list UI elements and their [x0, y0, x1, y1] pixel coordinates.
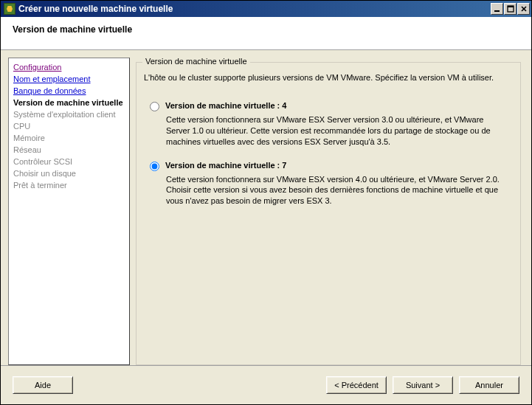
- close-button[interactable]: [517, 3, 530, 15]
- close-icon: [520, 5, 528, 13]
- maximize-icon: [507, 5, 514, 13]
- option-version-4[interactable]: Version de machine virtuelle : 4: [150, 101, 513, 111]
- window-title: Créer une nouvelle machine virtuelle: [18, 4, 491, 14]
- option-version-7[interactable]: Version de machine virtuelle : 7: [150, 161, 513, 171]
- maximize-button[interactable]: [504, 3, 517, 15]
- group-legend: Version de machine virtuelle: [142, 57, 250, 66]
- titlebar: Créer une nouvelle machine virtuelle: [1, 1, 531, 17]
- step-configuration[interactable]: Configuration: [13, 61, 129, 73]
- step-memory: Mémoire: [13, 132, 129, 144]
- desc-version-4: Cette version fonctionnera sur VMware ES…: [166, 114, 505, 148]
- next-button[interactable]: Suivant >: [393, 376, 453, 394]
- step-name-location[interactable]: Nom et emplacement: [13, 73, 129, 85]
- wizard-header: Version de machine virtuelle: [1, 17, 531, 50]
- minimize-button[interactable]: [491, 3, 503, 15]
- svg-rect-2: [508, 6, 514, 7]
- desc-version-7: Cette version fonctionnera sur VMware ES…: [166, 174, 505, 207]
- wizard-footer: Aide < Précédent Suivant > Annuler: [1, 365, 531, 404]
- window-controls: [491, 3, 530, 15]
- wizard-steps: Configuration Nom et emplacement Banque …: [8, 58, 130, 365]
- step-disk: Choisir un disque: [13, 167, 129, 179]
- step-network: Réseau: [13, 144, 129, 156]
- svg-rect-0: [494, 10, 500, 12]
- step-vm-version: Version de machine virtuelle: [13, 97, 129, 108]
- step-scsi: Contrôleur SCSI: [13, 156, 129, 167]
- label-version-4: Version de machine virtuelle : 4: [165, 101, 286, 110]
- help-button[interactable]: Aide: [13, 376, 73, 394]
- main-panel: Version de machine virtuelle L'hôte ou l…: [136, 58, 524, 365]
- step-ready: Prêt à terminer: [13, 179, 129, 191]
- intro-text: L'hôte ou le cluster supporte plusieurs …: [144, 73, 513, 82]
- wizard-window: Créer une nouvelle machine virtuelle Ver…: [0, 0, 532, 405]
- app-icon: [4, 3, 15, 15]
- minimize-icon: [494, 5, 501, 13]
- cancel-button[interactable]: Annuler: [459, 376, 519, 394]
- vm-version-group: Version de machine virtuelle L'hôte ou l…: [136, 62, 521, 365]
- wizard-body: Configuration Nom et emplacement Banque …: [1, 50, 531, 365]
- step-cpu: CPU: [13, 120, 129, 132]
- step-guest-os: Système d'exploitation client: [13, 108, 129, 120]
- back-button[interactable]: < Précédent: [326, 376, 387, 394]
- radio-version-4[interactable]: [150, 102, 159, 111]
- radio-version-7[interactable]: [150, 162, 159, 171]
- page-title: Version de machine virtuelle: [13, 24, 519, 35]
- step-datastore[interactable]: Banque de données: [13, 85, 129, 97]
- label-version-7: Version de machine virtuelle : 7: [165, 161, 286, 170]
